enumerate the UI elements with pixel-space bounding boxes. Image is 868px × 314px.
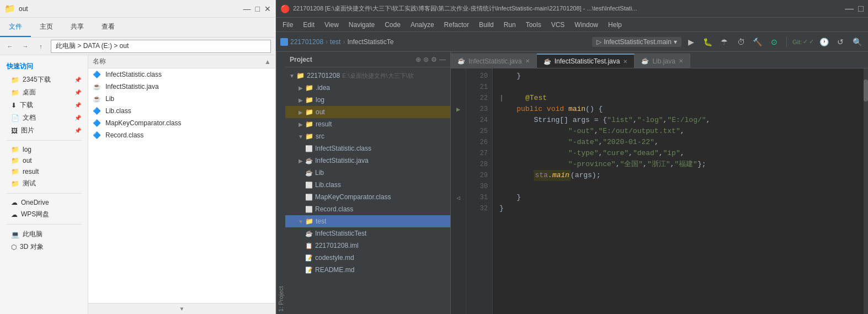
toolbar-tab-view[interactable]: 查看 xyxy=(93,18,124,37)
forward-button[interactable]: → xyxy=(20,41,31,52)
tree-item-idea[interactable]: ▶ 📁 .idea xyxy=(285,82,450,94)
scroll-up-btn[interactable]: ▲ xyxy=(264,58,271,66)
sidebar-item-documents[interactable]: 📄 文档 📌 xyxy=(2,111,86,124)
tree-item-lib-class[interactable]: ⬜ Lib.class xyxy=(285,179,450,191)
file-item-infectstatistic-java[interactable]: ☕ InfectStatistic.java xyxy=(88,81,275,93)
hide-icon[interactable]: — xyxy=(439,56,446,63)
sidebar-item-onedrive[interactable]: ☁ OneDrive xyxy=(2,197,86,208)
sidebar-item-log[interactable]: 📁 log xyxy=(2,144,86,155)
tree-item-test[interactable]: ▼ 📁 test xyxy=(285,215,450,227)
menu-tools[interactable]: Tools xyxy=(521,19,546,30)
sidebar-item-3dobjects[interactable]: ⬡ 3D 对象 xyxy=(2,241,86,253)
sidebar-item-thispc[interactable]: 💻 此电脑 xyxy=(2,228,86,241)
up-button[interactable]: ↑ xyxy=(35,41,46,52)
sidebar-item-2345download[interactable]: 📁 2345下载 📌 xyxy=(2,73,86,86)
tab-infectstatistictest-java[interactable]: ☕ InfectStatisticTest.java ✕ xyxy=(537,54,635,68)
java-file-icon: ☕ xyxy=(93,83,101,91)
sdk-btn[interactable]: ⊙ xyxy=(768,35,781,49)
menu-edit[interactable]: Edit xyxy=(299,19,319,30)
file-item-mapkeycomparator-class[interactable]: 🔷 MapKeyComparator.class xyxy=(88,117,275,129)
tab-lib-java[interactable]: ☕ Lib.java ✕ xyxy=(635,54,690,68)
menu-navigate[interactable]: Navigate xyxy=(344,19,379,30)
breadcrumb-test[interactable]: test xyxy=(330,38,340,46)
ide-maximize-btn[interactable]: □ xyxy=(858,4,864,14)
project-tab-label[interactable]: Project xyxy=(290,56,312,63)
search-everywhere-btn[interactable]: 🔍 xyxy=(850,35,864,49)
run-btn[interactable]: ▶ xyxy=(685,35,698,49)
tree-item-log[interactable]: ▶ 📁 log xyxy=(285,94,450,106)
java-tab-icon: ☕ xyxy=(641,57,649,65)
menu-file[interactable]: File xyxy=(278,19,297,30)
file-item-infectstatistic-class[interactable]: 🔷 InfectStatistic.class xyxy=(88,68,275,81)
sidebar-item-out[interactable]: 📁 out xyxy=(2,155,86,166)
menu-view[interactable]: View xyxy=(320,19,343,30)
sidebar-item-downloads[interactable]: ⬇ 下载 📌 xyxy=(2,99,86,111)
scroll-thumb[interactable] xyxy=(864,79,868,102)
menu-refactor[interactable]: Refactor xyxy=(440,19,473,30)
tree-item-src[interactable]: ▼ 📁 src xyxy=(285,130,450,142)
toolbar-tab-file[interactable]: 文件 xyxy=(0,18,31,37)
tab-infectstatistic-java[interactable]: ☕ InfectStatistic.java ✕ xyxy=(451,54,537,68)
toolbar-tab-home[interactable]: 主页 xyxy=(31,18,62,37)
ide-minimize-btn[interactable]: — xyxy=(845,4,854,14)
tree-item-readme[interactable]: ▶ 📝 README.md xyxy=(285,264,450,276)
tree-item-codestyle[interactable]: ▶ 📝 codestyle.md xyxy=(285,252,450,264)
build-btn[interactable]: 🔨 xyxy=(751,35,764,49)
file-item-lib-class[interactable]: 🔷 Lib.class xyxy=(88,105,275,117)
sidebar-item-test[interactable]: 📁 测试 xyxy=(2,177,86,190)
sidebar-item-pictures[interactable]: 🖼 图片 📌 xyxy=(2,124,86,137)
breadcrumb-project[interactable]: 221701208 xyxy=(290,38,323,46)
explorer-close-btn[interactable]: ✕ xyxy=(264,4,271,13)
tree-item-record-class[interactable]: ⬜ Record.class xyxy=(285,203,450,215)
file-item-lib[interactable]: ☕ Lib xyxy=(88,93,275,105)
gutter-collapse-31[interactable]: ◁ xyxy=(451,192,466,203)
menu-help[interactable]: Help xyxy=(604,19,626,30)
code-line-27: "-type","cure","dead","ip", xyxy=(499,148,857,159)
run-config-dropdown[interactable]: ▷ InfectStatisticTest.main ▾ xyxy=(592,37,681,47)
address-bar[interactable]: 此电脑 > DATA (E:) > out xyxy=(51,40,271,53)
file-scroll-area[interactable]: 🔷 InfectStatistic.class ☕ InfectStatisti… xyxy=(88,68,275,303)
tab-close-btn[interactable]: ✕ xyxy=(623,58,627,65)
menu-vcs[interactable]: VCS xyxy=(547,19,569,30)
toolbar-tab-share[interactable]: 共享 xyxy=(62,18,93,37)
tree-item-iml[interactable]: ▶ 📋 221701208.iml xyxy=(285,240,450,252)
file-item-record-class[interactable]: 🔷 Record.class xyxy=(88,129,275,141)
scroll-down-btn[interactable]: ▼ xyxy=(179,306,185,312)
menu-run[interactable]: Run xyxy=(499,19,520,30)
tree-item-infectstatistic-class[interactable]: ⬜ InfectStatistic.class xyxy=(285,142,450,155)
back-button[interactable]: ← xyxy=(4,41,15,52)
explorer-maximize-btn[interactable]: □ xyxy=(255,4,260,13)
history-btn[interactable]: 🕐 xyxy=(817,35,830,49)
menu-analyze[interactable]: Analyze xyxy=(406,19,439,30)
breadcrumb-file[interactable]: InfectStatisticTe xyxy=(347,38,393,46)
sidebar-item-wpsdisk[interactable]: ☁ WPS网盘 xyxy=(2,208,86,221)
tree-item-result[interactable]: ▶ 📁 result xyxy=(285,118,450,130)
debug-btn[interactable]: 🐛 xyxy=(701,35,715,49)
tab-close-btn[interactable]: ✕ xyxy=(525,58,530,64)
profile-btn[interactable]: ⏱ xyxy=(734,35,748,49)
tree-item-lib[interactable]: ☕ Lib xyxy=(285,167,450,179)
tree-item-mapkeycomparator-class[interactable]: ⬜ MapKeyComparator.class xyxy=(285,191,450,203)
code-area[interactable]: } | @Test public void main() { xyxy=(493,68,864,314)
tab-close-btn[interactable]: ✕ xyxy=(679,58,683,64)
coverage-btn[interactable]: ☂ xyxy=(718,35,731,49)
tree-root[interactable]: ▼ 📁 221701208 E:\桌面快捷文件\大三下\软 xyxy=(285,70,450,82)
sidebar-item-result[interactable]: 📁 result xyxy=(2,166,86,177)
menu-code[interactable]: Code xyxy=(380,19,405,30)
undo-btn[interactable]: ↺ xyxy=(834,35,847,49)
tree-item-infectstatistictest[interactable]: ☕ InfectStatisticTest xyxy=(285,227,450,240)
settings-icon[interactable]: ⚙ xyxy=(431,56,437,63)
sidebar-item-desktop[interactable]: 📁 桌面 📌 xyxy=(2,86,86,99)
project-side-label[interactable]: 1: Project xyxy=(276,52,285,314)
quickaccess-header[interactable]: 快速访问 xyxy=(2,60,86,73)
tree-item-infectstatistic-java[interactable]: ▶ ☕ InfectStatistic.java xyxy=(285,155,450,167)
menu-window[interactable]: Window xyxy=(570,19,603,30)
editor-content[interactable]: ▶ ◁ xyxy=(451,68,868,314)
editor-scrollbar[interactable] xyxy=(864,68,868,314)
tree-item-out[interactable]: ▶ 📁 out xyxy=(285,106,450,118)
explorer-minimize-btn[interactable]: — xyxy=(243,4,251,13)
menu-build[interactable]: Build xyxy=(475,19,498,30)
collapse-icon[interactable]: ⊜ xyxy=(423,56,429,63)
sync-icon[interactable]: ⊕ xyxy=(416,56,421,63)
gutter-run-23[interactable]: ▶ xyxy=(451,104,466,115)
